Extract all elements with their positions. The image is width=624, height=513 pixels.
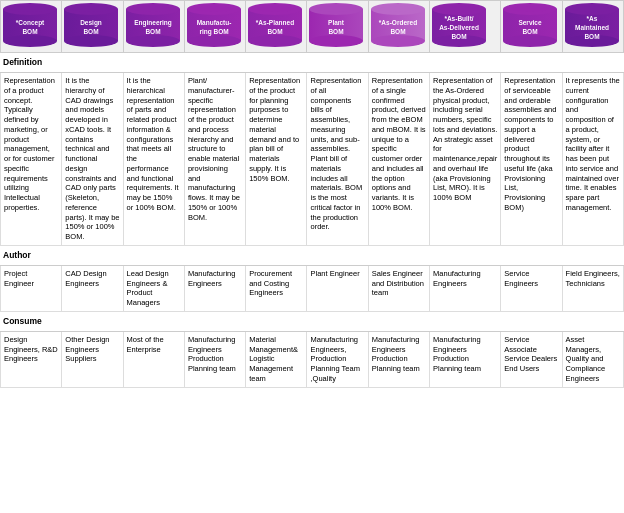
cell-consume-1: Other Design Engineers Suppliers <box>62 331 123 387</box>
svg-text:Maintained: Maintained <box>575 24 609 31</box>
cell-consume-8: Service Associate Service Dealers End Us… <box>501 331 562 387</box>
col-header-engineering: EngineeringBOM <box>123 1 184 53</box>
svg-text:BOM: BOM <box>451 33 466 40</box>
cell-author-5: Plant Engineer <box>307 265 368 311</box>
svg-text:BOM: BOM <box>145 28 160 35</box>
svg-text:BOM: BOM <box>268 28 283 35</box>
col-header-plant: PlantBOM <box>307 1 368 53</box>
svg-point-58 <box>573 6 611 12</box>
col-header-design: DesignBOM <box>62 1 123 53</box>
cell-author-3: Manufacturing Engineers <box>184 265 245 311</box>
section-header-definition: Definition <box>0 53 624 73</box>
svg-point-9 <box>72 6 110 12</box>
svg-point-45 <box>440 6 478 12</box>
cell-consume-7: Manufacturing Engineers Production Plann… <box>430 331 501 387</box>
cell-definition-4: Representation of the product for planni… <box>246 73 307 246</box>
svg-text:*As-Ordered: *As-Ordered <box>379 19 417 26</box>
svg-point-33 <box>318 6 356 12</box>
svg-point-1 <box>3 35 57 47</box>
cell-consume-9: Asset Managers, Quality and Compliance E… <box>562 331 623 387</box>
svg-text:ring BOM: ring BOM <box>199 28 228 36</box>
svg-text:*Concept: *Concept <box>16 19 45 27</box>
col-header-service: ServiceBOM <box>501 1 562 53</box>
cell-definition-1: It is the hierarchy of CAD drawings and … <box>62 73 123 246</box>
svg-point-13 <box>126 35 180 47</box>
cell-definition-8: Representation of serviceable and ordera… <box>501 73 562 246</box>
svg-text:BOM: BOM <box>584 33 599 40</box>
section-header-author: Author <box>0 245 624 265</box>
col-header-asbuilt: *As-Built/As-DeliveredBOM <box>430 1 501 53</box>
svg-text:*As-Planned: *As-Planned <box>256 19 294 26</box>
cell-definition-2: It is the hierarchical representation of… <box>123 73 184 246</box>
svg-point-25 <box>248 35 302 47</box>
svg-point-7 <box>64 35 118 47</box>
col-header-asplanned: *As-PlannedBOM <box>246 1 307 53</box>
cell-author-4: Procurement and Costing Engineers <box>246 265 307 311</box>
cell-author-7: Manufacturing Engineers <box>430 265 501 311</box>
cell-consume-4: Material Management& Logistic Management… <box>246 331 307 387</box>
svg-point-39 <box>379 6 417 12</box>
svg-text:BOM: BOM <box>84 28 99 35</box>
cell-definition-7: Representation of the As-Ordered physica… <box>430 73 501 246</box>
cell-definition-5: Representation of all components bills o… <box>307 73 368 246</box>
cell-consume-2: Most of the Enterprise <box>123 331 184 387</box>
cell-author-6: Sales Engineer and Distribution team <box>368 265 429 311</box>
svg-text:BOM: BOM <box>390 28 405 35</box>
svg-point-50 <box>503 35 557 47</box>
col-header-concept: *ConceptBOM <box>1 1 62 53</box>
cell-consume-5: Manufacturing Engineers, Production Plan… <box>307 331 368 387</box>
svg-point-15 <box>134 6 172 12</box>
cell-author-9: Field Engineers, Technicians <box>562 265 623 311</box>
cell-consume-6: Manufacturing Engineers Production Plann… <box>368 331 429 387</box>
section-header-consume: Consume <box>0 311 624 331</box>
col-header-manufacturing: Manufactu-ring BOM <box>184 1 245 53</box>
cell-author-2: Lead Design Engineers & Product Managers <box>123 265 184 311</box>
svg-text:BOM: BOM <box>523 28 538 35</box>
svg-point-27 <box>256 6 294 12</box>
svg-text:Manufactu-: Manufactu- <box>197 19 232 26</box>
col-header-asmaintained: *AsMaintainedBOM <box>562 1 623 53</box>
svg-text:Design: Design <box>80 19 102 27</box>
svg-text:*As-Built/: *As-Built/ <box>444 15 473 22</box>
svg-text:BOM: BOM <box>22 28 37 35</box>
svg-point-3 <box>11 6 49 12</box>
svg-point-37 <box>371 35 425 47</box>
svg-point-19 <box>187 35 241 47</box>
svg-text:Service: Service <box>519 19 543 26</box>
svg-text:As-Delivered: As-Delivered <box>439 24 479 31</box>
svg-text:Engineering: Engineering <box>134 19 172 27</box>
svg-text:Plant: Plant <box>329 19 346 26</box>
svg-point-21 <box>195 6 233 12</box>
cell-definition-3: Plant/ manufacturer-specific representat… <box>184 73 245 246</box>
cell-author-0: Project Engineer <box>1 265 62 311</box>
svg-text:*As: *As <box>586 15 597 22</box>
cell-consume-0: Design Engineers, R&D Engineers <box>1 331 62 387</box>
svg-text:BOM: BOM <box>329 28 344 35</box>
cell-consume-3: Manufacturing Engineers Production Plann… <box>184 331 245 387</box>
svg-point-31 <box>309 35 363 47</box>
cell-definition-0: Representation of a product concept. Typ… <box>1 73 62 246</box>
cell-author-1: CAD Design Engineers <box>62 265 123 311</box>
svg-point-52 <box>511 6 549 12</box>
cell-definition-6: Representation of a single confirmed pro… <box>368 73 429 246</box>
col-header-asordered: *As-OrderedBOM <box>368 1 429 53</box>
cell-definition-9: It represents the current configuration … <box>562 73 623 246</box>
cell-author-8: Service Engineers <box>501 265 562 311</box>
bom-table: *ConceptBOM DesignBOM <box>0 0 624 388</box>
